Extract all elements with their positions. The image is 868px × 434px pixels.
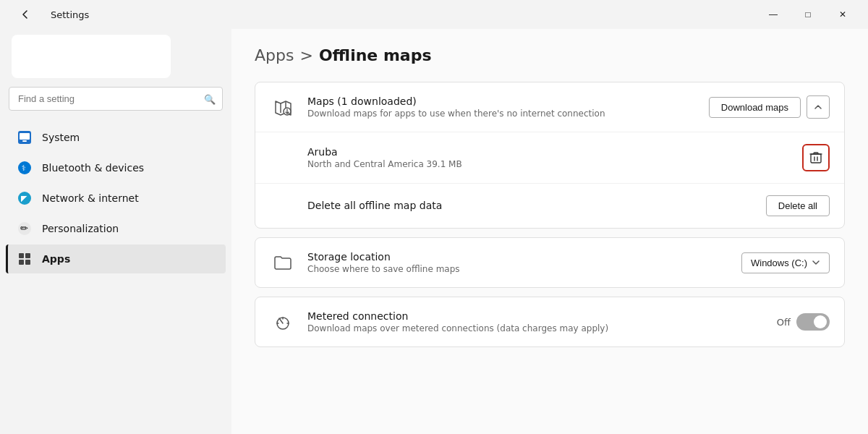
delete-all-row: Delete all offline map data Delete all (255, 184, 844, 228)
svg-rect-1 (20, 133, 30, 140)
apps-icon (17, 252, 32, 266)
sidebar-item-apps-label: Apps (42, 253, 70, 265)
sidebar-item-personalization-label: Personalization (42, 223, 119, 234)
breadcrumb: Apps > Offline maps (255, 46, 845, 64)
svg-text:◤: ◤ (21, 194, 27, 203)
search-box: 🔍 (9, 87, 223, 111)
window-controls: — □ ✕ (757, 3, 859, 26)
storage-location-subtitle: Choose where to save offline maps (307, 264, 730, 274)
metered-toggle[interactable] (796, 313, 830, 331)
sidebar-item-network-label: Network & internet (42, 192, 139, 204)
search-input[interactable] (9, 87, 223, 111)
sidebar: 🔍 System ⚕ Bluetooth & devices ◤ Network… (0, 29, 231, 434)
delete-all-text: Delete all offline map data (307, 200, 754, 213)
sidebar-item-bluetooth-label: Bluetooth & devices (42, 162, 144, 174)
sidebar-item-system[interactable]: System (6, 123, 226, 152)
storage-location-text: Storage location Choose where to save of… (307, 251, 730, 274)
aruba-row: Aruba North and Central America 39.1 MB (255, 132, 844, 184)
maps-downloaded-title: Maps (1 downloaded) (307, 95, 697, 107)
breadcrumb-apps[interactable]: Apps (255, 46, 294, 64)
maps-card: Maps (1 downloaded) Download maps for ap… (255, 82, 845, 229)
svg-rect-10 (19, 253, 24, 258)
page-header: Apps > Offline maps (255, 46, 845, 64)
map-download-icon (270, 94, 296, 120)
metered-connection-text: Metered connection Download maps over me… (307, 310, 765, 333)
svg-rect-12 (19, 260, 24, 265)
sidebar-item-apps[interactable]: Apps (6, 244, 226, 273)
delete-all-button[interactable]: Delete all (766, 195, 830, 216)
delete-all-title: Delete all offline map data (307, 200, 754, 211)
aruba-title: Aruba (307, 146, 791, 158)
sidebar-item-personalization[interactable]: ✏️ Personalization (6, 214, 226, 243)
svg-text:✏️: ✏️ (20, 223, 28, 234)
maps-download-action: Download maps (709, 95, 830, 119)
download-maps-button[interactable]: Download maps (709, 97, 801, 118)
svg-rect-15 (811, 154, 821, 163)
maps-downloaded-text: Maps (1 downloaded) Download maps for ap… (307, 95, 697, 119)
folder-icon (270, 250, 296, 276)
minimize-button[interactable]: — (757, 3, 790, 26)
paint-icon: ✏️ (17, 221, 32, 236)
chevron-up-button[interactable] (807, 95, 830, 119)
bluetooth-icon: ⚕ (17, 161, 32, 175)
metered-connection-action: Off (777, 313, 830, 331)
svg-rect-13 (25, 260, 30, 265)
aruba-subtitle: North and Central America 39.1 MB (307, 159, 791, 169)
sidebar-item-system-label: System (42, 132, 80, 143)
search-icon: 🔍 (204, 93, 216, 104)
network-icon: ◤ (17, 191, 32, 205)
svg-rect-11 (25, 253, 30, 258)
maximize-button[interactable]: □ (791, 3, 825, 26)
back-button[interactable] (9, 3, 42, 26)
metered-card: Metered connection Download maps over me… (255, 297, 845, 347)
metered-icon (270, 309, 296, 335)
sidebar-item-network[interactable]: ◤ Network & internet (6, 184, 226, 213)
toggle-knob (814, 315, 827, 328)
account-avatar (12, 35, 171, 78)
svg-rect-2 (22, 140, 27, 142)
storage-location-select[interactable]: Windows (C:) (741, 252, 830, 273)
metered-connection-title: Metered connection (307, 310, 765, 322)
breadcrumb-current: Offline maps (319, 46, 432, 64)
main-content: Apps > Offline maps Ma (231, 29, 868, 434)
app-title: Settings (51, 9, 89, 20)
close-button[interactable]: ✕ (826, 3, 859, 26)
sidebar-item-bluetooth[interactable]: ⚕ Bluetooth & devices (6, 153, 226, 182)
storage-location-title: Storage location (307, 251, 730, 263)
metered-connection-row: Metered connection Download maps over me… (255, 297, 844, 346)
breadcrumb-separator: > (299, 46, 312, 64)
storage-card: Storage location Choose where to save of… (255, 237, 845, 288)
title-bar: Settings — □ ✕ (0, 0, 868, 29)
maps-downloaded-row: Maps (1 downloaded) Download maps for ap… (255, 82, 844, 132)
storage-location-action: Windows (C:) (741, 252, 830, 273)
storage-location-value: Windows (C:) (751, 258, 807, 268)
app-body: 🔍 System ⚕ Bluetooth & devices ◤ Network… (0, 29, 868, 434)
aruba-text: Aruba North and Central America 39.1 MB (307, 146, 791, 169)
title-bar-left: Settings (9, 3, 89, 26)
aruba-action (802, 144, 830, 171)
metered-connection-subtitle: Download maps over metered connections (… (307, 323, 765, 333)
storage-location-row: Storage location Choose where to save of… (255, 238, 844, 287)
metered-toggle-label: Off (777, 317, 791, 328)
svg-text:⚕: ⚕ (22, 163, 26, 173)
system-icon (17, 130, 32, 145)
delete-all-action: Delete all (766, 195, 830, 216)
delete-aruba-button[interactable] (802, 144, 830, 171)
maps-downloaded-subtitle: Download maps for apps to use when there… (307, 109, 697, 119)
